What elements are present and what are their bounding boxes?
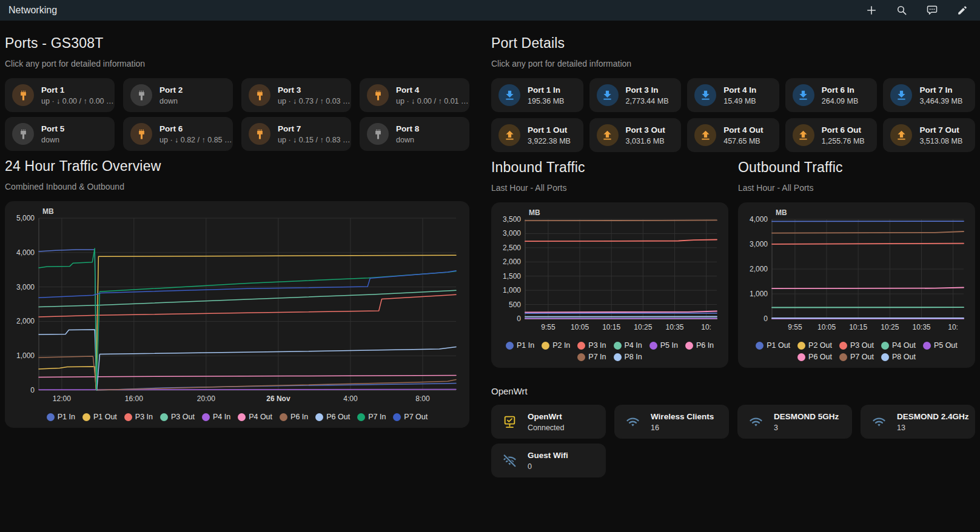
- svg-text:26 Nov: 26 Nov: [266, 394, 290, 403]
- port7-in-tile[interactable]: Port 7 In3,464.39 MB: [883, 78, 975, 112]
- port-details-grid: Port 1 In195.36 MB Port 3 In2,773.44 MB …: [491, 78, 975, 152]
- svg-text:5,000: 5,000: [16, 214, 35, 222]
- port3-out-tile[interactable]: Port 3 Out3,031.6 MB: [589, 118, 682, 152]
- download-icon: [890, 84, 912, 106]
- detail-name: Port 3 Out: [626, 125, 665, 135]
- port6-out-tile[interactable]: Port 6 Out1,255.76 MB: [785, 118, 878, 152]
- legend-item-p4-in[interactable]: P4 In: [614, 341, 642, 350]
- chart-canvas: 9:5510:0510:1510:2510:3510:3,5003,0002,5…: [496, 207, 723, 334]
- svg-text:10:: 10:: [701, 323, 711, 331]
- svg-text:4,000: 4,000: [16, 248, 35, 257]
- legend-item-p3-out[interactable]: P3 Out: [160, 413, 195, 421]
- openwrt-status-tile[interactable]: OpenWrtConnected: [491, 405, 606, 439]
- ow-name: DESMOND 2.4GHz: [897, 412, 969, 421]
- legend-dot: [577, 353, 585, 361]
- search-button[interactable]: [895, 4, 908, 17]
- svg-text:10:25: 10:25: [881, 323, 899, 331]
- inbound-legend: P1 InP2 InP3 InP4 InP5 InP6 InP7 InP8 In: [496, 337, 723, 364]
- port1-out-tile[interactable]: Port 1 Out3,922.38 MB: [491, 118, 583, 152]
- legend-item-p6-in[interactable]: P6 In: [685, 341, 714, 350]
- svg-text:9:55: 9:55: [788, 323, 802, 331]
- edit-dashboard-button[interactable]: [956, 4, 969, 17]
- traffic24-chart: 12:0016:0020:0026 Nov4:008:005,0004,0003…: [10, 206, 465, 408]
- legend-dot: [202, 413, 210, 421]
- legend-item-p4-out[interactable]: P4 Out: [881, 341, 916, 350]
- svg-text:12:00: 12:00: [53, 394, 71, 403]
- legend-item-p1-out[interactable]: P1 Out: [756, 341, 790, 350]
- legend-dot: [506, 342, 514, 350]
- wireless-clients-tile[interactable]: Wireless Clients16: [614, 405, 729, 439]
- ethernet-icon: [130, 123, 152, 145]
- port-tile-6[interactable]: Port 6up · ↓ 0.82 / ↑ 0.85 …: [123, 117, 233, 151]
- legend-item-p6-in[interactable]: P6 In: [280, 413, 308, 421]
- port-tile-4[interactable]: Port 4up · ↓ 0.00 / ↑ 0.01 …: [360, 78, 469, 112]
- legend-item-p1-in[interactable]: P1 In: [47, 413, 75, 421]
- legend-item-p8-in[interactable]: P8 In: [614, 353, 642, 361]
- detail-name: Port 7 In: [919, 85, 952, 95]
- legend-item-p5-out[interactable]: P5 Out: [923, 341, 958, 350]
- port-tile-2[interactable]: Port 2down: [123, 78, 233, 112]
- add-button[interactable]: [865, 4, 878, 17]
- legend-item-p5-in[interactable]: P5 In: [649, 341, 678, 350]
- port-tile-7[interactable]: Port 7up · ↓ 0.15 / ↑ 0.83 …: [241, 117, 351, 151]
- port-tile-5[interactable]: Port 5down: [5, 117, 115, 151]
- guest-wifi-tile[interactable]: Guest Wifi0: [491, 444, 606, 477]
- legend-item-p3-in[interactable]: P3 In: [577, 341, 606, 350]
- legend-item-p4-out[interactable]: P4 Out: [238, 413, 272, 421]
- port6-in-tile[interactable]: Port 6 In264.09 MB: [785, 78, 878, 112]
- ethernet-icon: [12, 123, 34, 145]
- traffic24-title: 24 Hour Traffic Overview: [5, 158, 469, 175]
- right-column: Port Details Click any port for detailed…: [491, 28, 975, 477]
- legend-item-p7-out[interactable]: P7 Out: [839, 353, 874, 361]
- legend-item-p7-out[interactable]: P7 Out: [393, 413, 428, 421]
- legend-item-p6-out[interactable]: P6 Out: [315, 413, 350, 421]
- legend-label: P6 Out: [808, 353, 832, 361]
- legend-item-p7-in[interactable]: P7 In: [577, 353, 606, 361]
- inbound-chart: 9:5510:0510:1510:2510:3510:3,5003,0002,5…: [496, 207, 723, 337]
- legend-dot: [614, 342, 622, 350]
- inbound-chart-card[interactable]: 9:5510:0510:1510:2510:3510:3,5003,0002,5…: [491, 202, 728, 368]
- legend-label: P8 In: [625, 353, 642, 361]
- assist-button[interactable]: [925, 4, 939, 17]
- legend-item-p7-in[interactable]: P7 In: [357, 413, 386, 421]
- port3-in-tile[interactable]: Port 3 In2,773.44 MB: [589, 78, 682, 112]
- outbound-chart-card[interactable]: 9:5510:0510:1510:2510:3510:4,0003,0002,0…: [738, 202, 975, 368]
- port4-out-tile[interactable]: Port 4 Out457.65 MB: [687, 118, 779, 152]
- legend-item-p8-out[interactable]: P8 Out: [881, 353, 916, 361]
- legend-label: P7 Out: [404, 413, 428, 421]
- legend-item-p2-out[interactable]: P2 Out: [797, 341, 832, 350]
- svg-text:16:00: 16:00: [125, 394, 143, 403]
- port4-in-tile[interactable]: Port 4 In15.49 MB: [687, 78, 779, 112]
- port-name: Port 2: [159, 85, 183, 95]
- legend-dot: [756, 342, 764, 350]
- detail-value: 3,031.6 MB: [626, 137, 665, 145]
- legend-item-p3-out[interactable]: P3 Out: [839, 341, 874, 350]
- legend-item-p1-out[interactable]: P1 Out: [82, 413, 117, 421]
- port-tile-3[interactable]: Port 3up · ↓ 0.73 / ↑ 0.03 …: [241, 78, 351, 112]
- traffic24-chart-card[interactable]: 12:0016:0020:0026 Nov4:008:005,0004,0003…: [5, 201, 469, 428]
- legend-item-p3-in[interactable]: P3 In: [124, 413, 153, 421]
- legend-dot: [839, 353, 847, 361]
- desmond-5ghz-tile[interactable]: DESMOND 5GHz3: [737, 405, 852, 439]
- detail-value: 195.36 MB: [528, 97, 564, 105]
- port-tile-8[interactable]: Port 8down: [360, 117, 469, 151]
- legend-dot: [357, 413, 365, 421]
- svg-text:1,000: 1,000: [16, 351, 35, 360]
- legend-item-p6-out[interactable]: P6 Out: [797, 353, 832, 361]
- port7-out-tile[interactable]: Port 7 Out3,513.08 MB: [883, 118, 975, 152]
- port-tile-1[interactable]: Port 1up · ↓ 0.00 / ↑ 0.00 …: [5, 78, 115, 112]
- legend-label: P3 Out: [171, 413, 195, 421]
- legend-item-p2-in[interactable]: P2 In: [542, 341, 570, 350]
- ow-value: 16: [651, 424, 659, 432]
- port1-in-tile[interactable]: Port 1 In195.36 MB: [491, 78, 583, 112]
- legend-item-p4-in[interactable]: P4 In: [202, 413, 230, 421]
- wifi-icon: [622, 411, 643, 433]
- legend-label: P2 Out: [808, 341, 832, 350]
- legend-dot: [47, 413, 55, 421]
- legend-item-p1-in[interactable]: P1 In: [506, 341, 534, 350]
- legend-label: P3 In: [588, 341, 606, 350]
- svg-text:3,500: 3,500: [503, 215, 521, 224]
- desmond-24ghz-tile[interactable]: DESMOND 2.4GHz13: [861, 405, 975, 439]
- svg-text:9:55: 9:55: [541, 323, 555, 331]
- detail-value: 3,513.08 MB: [919, 137, 962, 145]
